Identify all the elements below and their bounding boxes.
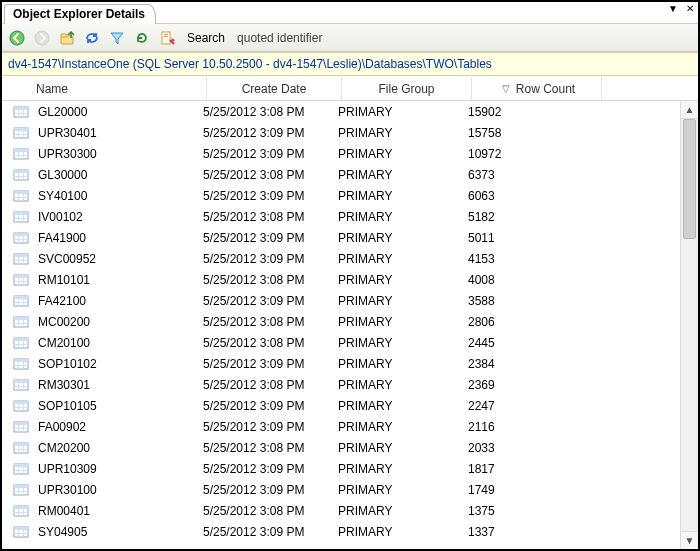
svg-rect-103 xyxy=(14,506,28,509)
search-input[interactable] xyxy=(234,29,574,47)
cell-create-date: 5/25/2012 3:08 PM xyxy=(203,273,338,287)
cell-name: RM10101 xyxy=(38,273,203,287)
svg-rect-93 xyxy=(14,464,28,467)
cell-file-group: PRIMARY xyxy=(338,126,468,140)
cell-name: SY04905 xyxy=(38,525,203,539)
cell-create-date: 5/25/2012 3:09 PM xyxy=(203,252,338,266)
table-row[interactable]: SVC009525/25/2012 3:09 PMPRIMARY4153 xyxy=(2,248,680,269)
refresh-button[interactable] xyxy=(131,27,153,49)
table-row[interactable]: RM004015/25/2012 3:08 PMPRIMARY1375 xyxy=(2,500,680,521)
table-row[interactable]: FA421005/25/2012 3:09 PMPRIMARY3588 xyxy=(2,290,680,311)
table-row[interactable]: FA419005/25/2012 3:09 PMPRIMARY5011 xyxy=(2,227,680,248)
svg-rect-83 xyxy=(14,422,28,425)
cell-row-count: 2806 xyxy=(468,315,598,329)
svg-rect-33 xyxy=(14,212,28,215)
scroll-up-icon[interactable]: ▲ xyxy=(681,101,698,119)
cell-name: CM20100 xyxy=(38,336,203,350)
cell-row-count: 3588 xyxy=(468,294,598,308)
filter-button[interactable] xyxy=(106,27,128,49)
panel-title: Object Explorer Details xyxy=(13,7,145,21)
breadcrumb-text: dv4-1547\InstanceOne (SQL Server 10.50.2… xyxy=(8,57,492,71)
table-row[interactable]: CM201005/25/2012 3:08 PMPRIMARY2445 xyxy=(2,332,680,353)
cell-name: IV00102 xyxy=(38,210,203,224)
cell-create-date: 5/25/2012 3:09 PM xyxy=(203,420,338,434)
cell-file-group: PRIMARY xyxy=(338,462,468,476)
back-button[interactable] xyxy=(6,27,28,49)
cell-row-count: 2116 xyxy=(468,420,598,434)
cell-name: CM20200 xyxy=(38,441,203,455)
table-row[interactable]: FA009025/25/2012 3:09 PMPRIMARY2116 xyxy=(2,416,680,437)
table-row[interactable]: RM101015/25/2012 3:08 PMPRIMARY4008 xyxy=(2,269,680,290)
column-header-create-date[interactable]: Create Date xyxy=(207,77,342,100)
cell-create-date: 5/25/2012 3:08 PM xyxy=(203,441,338,455)
svg-rect-3 xyxy=(61,34,67,37)
vertical-scrollbar[interactable]: ▲ ▼ xyxy=(680,101,698,549)
breadcrumb[interactable]: dv4-1547\InstanceOne (SQL Server 10.50.2… xyxy=(2,52,698,76)
cell-create-date: 5/25/2012 3:09 PM xyxy=(203,294,338,308)
table-row[interactable]: UPR304015/25/2012 3:09 PMPRIMARY15758 xyxy=(2,122,680,143)
table-icon xyxy=(10,168,32,182)
table-row[interactable]: GL200005/25/2012 3:08 PMPRIMARY15902 xyxy=(2,101,680,122)
svg-rect-63 xyxy=(14,338,28,341)
table-row[interactable]: SY401005/25/2012 3:09 PMPRIMARY6063 xyxy=(2,185,680,206)
cell-create-date: 5/25/2012 3:08 PM xyxy=(203,315,338,329)
table-row[interactable]: SOP101025/25/2012 3:09 PMPRIMARY2384 xyxy=(2,353,680,374)
svg-rect-73 xyxy=(14,380,28,383)
column-header-file-group[interactable]: File Group xyxy=(342,77,472,100)
table-row[interactable]: IV001025/25/2012 3:08 PMPRIMARY5182 xyxy=(2,206,680,227)
cell-row-count: 2247 xyxy=(468,399,598,413)
table-row[interactable]: UPR301005/25/2012 3:09 PMPRIMARY1749 xyxy=(2,479,680,500)
table-row[interactable]: CM202005/25/2012 3:08 PMPRIMARY2033 xyxy=(2,437,680,458)
cell-name: GL20000 xyxy=(38,105,203,119)
table-icon xyxy=(10,483,32,497)
cell-row-count: 2445 xyxy=(468,336,598,350)
cell-create-date: 5/25/2012 3:09 PM xyxy=(203,399,338,413)
up-button[interactable] xyxy=(56,27,78,49)
cell-file-group: PRIMARY xyxy=(338,357,468,371)
cell-name: MC00200 xyxy=(38,315,203,329)
table-row[interactable]: UPR303005/25/2012 3:09 PMPRIMARY10972 xyxy=(2,143,680,164)
cell-name: UPR10309 xyxy=(38,462,203,476)
table-icon xyxy=(10,126,32,140)
cell-create-date: 5/25/2012 3:09 PM xyxy=(203,462,338,476)
table-row[interactable]: GL300005/25/2012 3:08 PMPRIMARY6373 xyxy=(2,164,680,185)
column-headers: Name Create Date File Group ▽Row Count xyxy=(2,77,698,101)
svg-rect-58 xyxy=(14,317,28,320)
table-icon xyxy=(10,525,32,539)
script-button[interactable] xyxy=(156,27,178,49)
table-icon xyxy=(10,273,32,287)
table-icon xyxy=(10,378,32,392)
column-header-name[interactable]: Name xyxy=(2,77,207,100)
list-area: Name Create Date File Group ▽Row Count G… xyxy=(2,77,698,549)
cell-name: SOP10105 xyxy=(38,399,203,413)
svg-rect-88 xyxy=(14,443,28,446)
cell-file-group: PRIMARY xyxy=(338,189,468,203)
svg-rect-13 xyxy=(14,128,28,131)
close-icon[interactable]: ✕ xyxy=(686,3,694,14)
panel-tab[interactable]: Object Explorer Details xyxy=(4,4,156,24)
cell-create-date: 5/25/2012 3:09 PM xyxy=(203,483,338,497)
sync-button[interactable] xyxy=(81,27,103,49)
scroll-thumb[interactable] xyxy=(683,119,696,239)
table-row[interactable]: SY049055/25/2012 3:09 PMPRIMARY1337 xyxy=(2,521,680,542)
pin-icon[interactable]: ▼ xyxy=(668,3,678,14)
table-row[interactable]: UPR103095/25/2012 3:09 PMPRIMARY1817 xyxy=(2,458,680,479)
search-label: Search xyxy=(187,31,225,45)
table-icon xyxy=(10,147,32,161)
table-icon xyxy=(10,441,32,455)
table-row[interactable]: MC002005/25/2012 3:08 PMPRIMARY2806 xyxy=(2,311,680,332)
svg-point-0 xyxy=(10,31,24,45)
column-header-row-count[interactable]: ▽Row Count xyxy=(472,77,602,100)
cell-row-count: 5182 xyxy=(468,210,598,224)
table-row[interactable]: SOP101055/25/2012 3:09 PMPRIMARY2247 xyxy=(2,395,680,416)
cell-create-date: 5/25/2012 3:08 PM xyxy=(203,210,338,224)
svg-rect-43 xyxy=(14,254,28,257)
svg-rect-4 xyxy=(162,32,170,44)
svg-rect-48 xyxy=(14,275,28,278)
forward-button xyxy=(31,27,53,49)
scroll-down-icon[interactable]: ▼ xyxy=(681,531,698,549)
cell-row-count: 6063 xyxy=(468,189,598,203)
cell-file-group: PRIMARY xyxy=(338,441,468,455)
table-row[interactable]: RM303015/25/2012 3:08 PMPRIMARY2369 xyxy=(2,374,680,395)
svg-rect-108 xyxy=(14,527,28,530)
